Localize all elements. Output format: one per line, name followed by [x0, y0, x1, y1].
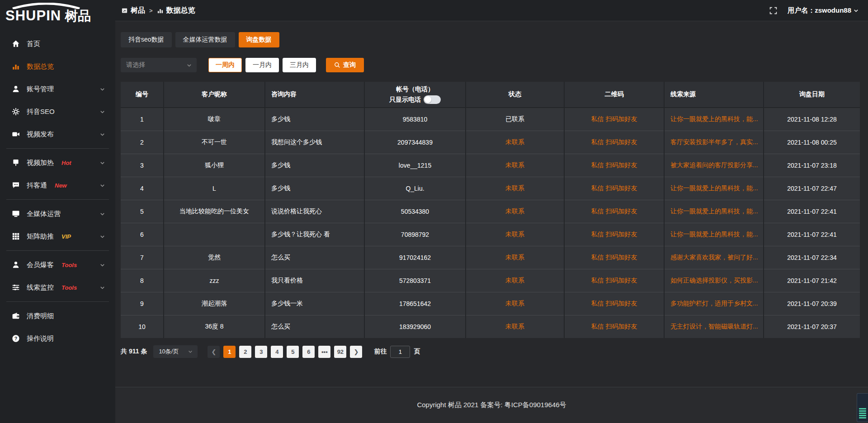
page-ellipsis-button[interactable]: ••• — [318, 346, 330, 358]
chevron-down-icon — [99, 132, 105, 137]
floating-widget[interactable] — [857, 393, 868, 422]
cell-source-link[interactable]: 被大家追着问的客厅投影分享... — [664, 154, 764, 177]
sidebar-item-label: 首页 — [27, 40, 40, 48]
sidebar-item-badge: Tools — [61, 284, 77, 291]
phone-only-toggle[interactable] — [424, 95, 441, 104]
cell-qrcode-link[interactable]: 私信 扫码加好友 — [564, 292, 664, 315]
cell-qrcode-link[interactable]: 私信 扫码加好友 — [564, 131, 664, 154]
cell-account: 50534380 — [364, 200, 466, 223]
time-filter-1[interactable]: 一月内 — [245, 58, 279, 72]
sidebar-item-9[interactable]: 全媒体运营 — [0, 202, 115, 225]
sidebar-item-4[interactable]: 视频发布 — [0, 123, 115, 146]
time-filter-0[interactable]: 一周内 — [208, 58, 242, 72]
page-button-2[interactable]: 2 — [239, 346, 251, 358]
cell-id: 4 — [121, 177, 164, 200]
logo-text-en: SHUPIN — [5, 8, 61, 24]
cell-nickname: zzz — [164, 269, 265, 292]
cell-date: 2021-11-08 12:28 — [764, 108, 860, 131]
jump-label-after: 页 — [414, 348, 420, 356]
cell-account: 572803371 — [364, 269, 466, 292]
filter-select[interactable]: 请选择 — [121, 58, 197, 72]
user-menu[interactable]: 用户名：zswodun88 — [788, 6, 859, 15]
cell-source-link[interactable]: 让你一眼就爱上的黑科技，能... — [664, 108, 764, 131]
gear-icon — [12, 108, 20, 116]
question-icon: ? — [12, 334, 20, 343]
table-row: 1036度 8怎么买183929060未联系私信 扫码加好友无主灯设计，智能磁吸… — [121, 315, 860, 338]
cell-source-link[interactable]: 无主灯设计，智能磁吸轨道灯... — [664, 315, 764, 338]
footer: Copyright 树品 2021 备案号: 粤ICP备09019646号 — [115, 387, 868, 423]
fullscreen-icon[interactable] — [769, 6, 778, 14]
col-header-id: 编号 — [121, 82, 164, 108]
wallet-icon — [12, 312, 20, 320]
page-size-value: 10条/页 — [159, 348, 179, 356]
time-filter-2[interactable]: 三月内 — [283, 58, 316, 72]
page-button-3[interactable]: 3 — [255, 346, 267, 358]
cell-source-link[interactable]: 客厅安装投影半年多了，真实... — [664, 131, 764, 154]
page-button-6[interactable]: 6 — [302, 346, 315, 358]
page-button-1[interactable]: 1 — [223, 346, 236, 358]
sidebar-item-15[interactable]: 消费明细 — [0, 305, 115, 327]
cell-nickname — [164, 223, 265, 246]
cell-account: 917024162 — [364, 246, 466, 269]
cell-source-link[interactable]: 感谢大家喜欢我家，被问了好... — [664, 246, 764, 269]
cell-qrcode-link[interactable]: 私信 扫码加好友 — [564, 200, 664, 223]
breadcrumb-item-1[interactable]: 数据总览 — [157, 6, 195, 15]
col-header-account-title: 帐号（电话） — [365, 85, 465, 94]
page-size-select[interactable]: 10条/页 — [153, 345, 198, 358]
cell-qrcode-link[interactable]: 私信 扫码加好友 — [564, 108, 664, 131]
sidebar-item-12[interactable]: 会员爆客Tools — [0, 254, 115, 276]
tab-2[interactable]: 询盘数据 — [239, 32, 279, 47]
sidebar-item-7[interactable]: 抖客通New — [0, 174, 115, 197]
cell-qrcode-link[interactable]: 私信 扫码加好友 — [564, 246, 664, 269]
cell-content: 多少钱 — [265, 177, 364, 200]
chevron-down-icon — [186, 62, 192, 68]
page-button-92[interactable]: 92 — [334, 346, 346, 358]
cell-id: 8 — [121, 269, 164, 292]
cell-content: 多少钱 — [265, 154, 364, 177]
table-header-row: 编号 客户昵称 咨询内容 帐号（电话） 只显示电话 状态 二维码 线索来源 询盘… — [121, 82, 860, 108]
cell-status: 未联系 — [466, 154, 564, 177]
breadcrumb-item-0[interactable]: 树品 — [121, 6, 145, 15]
table-row: 7觉然怎么买917024162未联系私信 扫码加好友感谢大家喜欢我家，被问了好.… — [121, 246, 860, 269]
cell-source-link[interactable]: 让你一眼就爱上的黑科技，能... — [664, 200, 764, 223]
sidebar-item-6[interactable]: 视频加热Hot — [0, 151, 115, 174]
table-row: 1啵章多少钱9583810已联系私信 扫码加好友让你一眼就爱上的黑科技，能...… — [121, 108, 860, 131]
sidebar-item-0[interactable]: 首页 — [0, 33, 115, 55]
cell-qrcode-link[interactable]: 私信 扫码加好友 — [564, 154, 664, 177]
table-row: 9潮起潮落多少钱一米178651642未联系私信 扫码加好友多功能护栏灯，适用于… — [121, 292, 860, 315]
sidebar-item-13[interactable]: 线索监控Tools — [0, 276, 115, 299]
table-row: 5当地比较能吃的一位美女说说价格让我死心50534380未联系私信 扫码加好友让… — [121, 200, 860, 223]
sidebar-item-2[interactable]: 账号管理 — [0, 78, 115, 100]
question-icon: ? — [12, 334, 20, 343]
cell-account: 178651642 — [364, 292, 466, 315]
jump-page-input[interactable] — [390, 346, 410, 358]
cell-source-link[interactable]: 让你一眼就爱上的黑科技，能... — [664, 223, 764, 246]
prev-page-button[interactable]: ❮ — [208, 346, 220, 358]
tab-1[interactable]: 全媒体运营数据 — [175, 32, 235, 47]
sidebar-item-1[interactable]: 数据总览 — [0, 55, 115, 78]
search-button[interactable]: 查询 — [326, 58, 364, 72]
tab-0[interactable]: 抖音seo数据 — [121, 32, 172, 47]
sidebar-item-label: 线索监控 — [27, 283, 54, 292]
cell-source-link[interactable]: 让你一眼就爱上的黑科技，能... — [664, 177, 764, 200]
page-button-4[interactable]: 4 — [271, 346, 283, 358]
next-page-button[interactable]: ❯ — [350, 346, 362, 358]
cell-source-link[interactable]: 多功能护栏灯，适用于乡村文... — [664, 292, 764, 315]
cell-qrcode-link[interactable]: 私信 扫码加好友 — [564, 223, 664, 246]
cell-content: 说说价格让我死心 — [265, 200, 364, 223]
cell-id: 5 — [121, 200, 164, 223]
cell-qrcode-link[interactable]: 私信 扫码加好友 — [564, 269, 664, 292]
page-button-5[interactable]: 5 — [287, 346, 299, 358]
cell-source-link[interactable]: 如何正确选择投影仪，买投影... — [664, 269, 764, 292]
cell-qrcode-link[interactable]: 私信 扫码加好友 — [564, 315, 664, 338]
col-header-content: 咨询内容 — [265, 82, 364, 108]
sidebar-item-10[interactable]: 矩阵助推VIP — [0, 225, 115, 248]
username-label: 用户名：zswodun88 — [788, 6, 851, 15]
svg-text:?: ? — [14, 336, 18, 341]
search-button-label: 查询 — [343, 61, 356, 69]
cell-qrcode-link[interactable]: 私信 扫码加好友 — [564, 177, 664, 200]
copyright-text: Copyright 树品 2021 备案号: 粤ICP备09019646号 — [417, 401, 566, 409]
sidebar-item-3[interactable]: 抖音SEO — [0, 100, 115, 123]
sidebar-item-16[interactable]: ?操作说明 — [0, 327, 115, 350]
cell-account: 70898792 — [364, 223, 466, 246]
